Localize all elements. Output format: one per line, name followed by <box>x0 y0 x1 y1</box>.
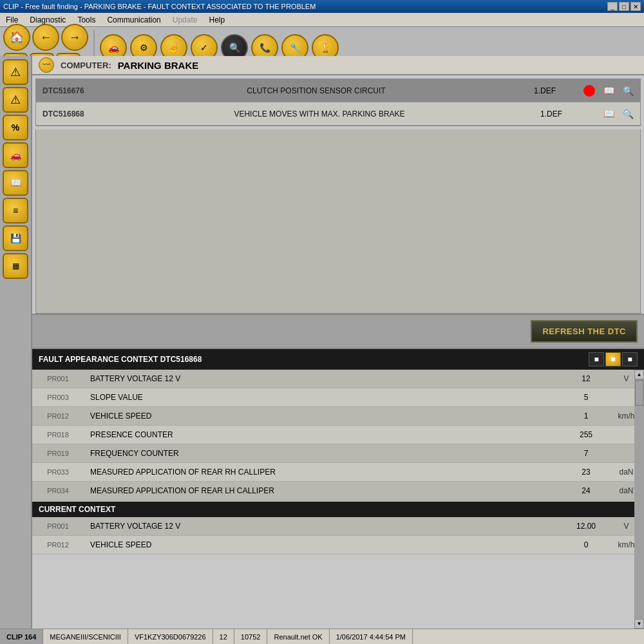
ctx-row-2: PR012 VEHICLE SPEED 1 km/h <box>32 407 644 426</box>
dtc-actions-2: 📖 🔍 <box>583 105 640 123</box>
fault-context-header: FAULT APPEARANCE CONTEXT DTC516868 ■ ■ ■ <box>32 349 644 370</box>
ctx-val-0: 12 <box>564 374 609 383</box>
dtc-row-1[interactable]: DTC516676 CLUTCH POSITION SENSOR CIRCUIT… <box>36 79 640 102</box>
fault-context-title: FAULT APPEARANCE CONTEXT DTC516868 <box>39 355 202 364</box>
status-server: Renault.net OK <box>267 629 329 644</box>
placeholder-dot-2 <box>587 105 598 123</box>
ctx-desc-3: PRESENCE COUNTER <box>84 430 564 439</box>
sidebar-barcode-btn[interactable]: ▦ <box>3 253 28 279</box>
dtc-status-2: 1.DEF <box>519 109 583 118</box>
ctx-code-1: PR003 <box>32 393 84 401</box>
ctx-desc-6: MEASURED APPLICATION OF REAR LH CALLIPER <box>84 486 564 495</box>
status-datetime: 1/06/2017 4:44:54 PM <box>330 629 413 644</box>
ctx-code-4: PR019 <box>32 450 84 457</box>
sidebar-warning2-btn[interactable]: ⚠ <box>3 87 28 113</box>
dtc-area: DTC516676 CLUTCH POSITION SENSOR CIRCUIT… <box>32 75 644 314</box>
ctx-row-6: PR034 MEASURED APPLICATION OF REAR LH CA… <box>32 482 644 500</box>
home-btn[interactable]: 🏠 <box>3 24 30 51</box>
ctx-code-5: PR033 <box>32 468 84 476</box>
curr-ctx-code-1: PR012 <box>32 541 84 549</box>
ctx-code-3: PR018 <box>32 431 84 439</box>
dtc-status-1: 1.DEF <box>513 86 577 95</box>
status-vehicle: MEGANEIII/SCENICIII <box>43 629 128 644</box>
ctx-val-4: 7 <box>564 449 609 458</box>
refresh-area: REFRESH THE DTC <box>32 314 644 349</box>
curr-ctx-val-0: 12.00 <box>564 522 609 531</box>
computer-label: COMPUTER: <box>61 61 111 70</box>
book-icon-2[interactable]: 📖 <box>600 105 618 123</box>
titlebar-controls[interactable]: _ □ ✕ <box>607 2 641 11</box>
dtc-code-2: DTC516868 <box>36 109 120 118</box>
ctx-nav-right[interactable]: ■ <box>622 352 638 366</box>
zoom-icon-1[interactable]: 🔍 <box>619 82 637 100</box>
ctx-val-5: 23 <box>564 468 609 477</box>
dtc-empty-area <box>35 129 641 314</box>
status-num2: 10752 <box>234 629 268 644</box>
book-icon-1[interactable]: 📖 <box>600 82 618 100</box>
titlebar: CLIP - Free fault finding - PARKING BRAK… <box>0 0 644 13</box>
ctx-code-6: PR034 <box>32 487 84 495</box>
ctx-desc-4: FREQUENCY COUNTER <box>84 449 564 458</box>
back-btn[interactable]: ← <box>32 24 59 51</box>
zoom-icon-2[interactable]: 🔍 <box>619 105 637 123</box>
fault-context-table: PR001 BATTERY VOLTAGE 12 V 12 V PR003 SL… <box>32 370 644 554</box>
scroll-up-btn[interactable]: ▲ <box>634 370 644 379</box>
sidebar-percent-btn[interactable]: % <box>3 115 28 140</box>
ctx-row-3: PR018 PRESENCE COUNTER 255 <box>32 426 644 444</box>
current-context-title: CURRENT CONTEXT <box>39 505 115 514</box>
ctx-nav-left[interactable]: ■ <box>589 352 604 366</box>
computer-name: PARKING BRAKE <box>118 60 199 71</box>
dtc-table: DTC516676 CLUTCH POSITION SENSOR CIRCUIT… <box>35 79 641 126</box>
scroll-thumb[interactable] <box>635 380 643 406</box>
titlebar-title: CLIP - Free fault finding - PARKING BRAK… <box>3 3 316 10</box>
status-num1: 12 <box>213 629 234 644</box>
current-context-header: CURRENT CONTEXT <box>32 502 644 517</box>
ctx-val-6: 24 <box>564 486 609 495</box>
sidebar-list-btn[interactable]: ≡ <box>3 198 28 223</box>
menu-help[interactable]: Help <box>206 14 227 26</box>
ctx-val-3: 255 <box>564 430 609 439</box>
context-section: FAULT APPEARANCE CONTEXT DTC516868 ■ ■ ■… <box>32 349 644 554</box>
curr-ctx-row-1: PR012 VEHICLE SPEED 0 km/h <box>32 536 644 554</box>
ctx-code-2: PR012 <box>32 412 84 420</box>
ctx-desc-5: MEASURED APPLICATION OF REAR RH CALLIPER <box>84 468 564 477</box>
ctx-row-5: PR033 MEASURED APPLICATION OF REAR RH CA… <box>32 463 644 482</box>
red-dot-1 <box>580 82 598 100</box>
ctx-row-4: PR019 FREQUENCY COUNTER 7 <box>32 444 644 463</box>
ctx-row-0: PR001 BATTERY VOLTAGE 12 V 12 V <box>32 370 644 388</box>
menubar: File Diagnostic Tools Communication Upda… <box>0 13 644 27</box>
computer-header: 〰 COMPUTER: PARKING BRAKE <box>32 56 644 75</box>
dtc-code-1: DTC516676 <box>36 86 120 95</box>
ctx-val-1: 5 <box>564 393 609 402</box>
forward-btn[interactable]: → <box>61 24 88 51</box>
curr-ctx-val-1: 0 <box>564 540 609 549</box>
ctx-code-0: PR001 <box>32 375 84 383</box>
sidebar-car-btn[interactable]: 🚗 <box>3 142 28 168</box>
refresh-dtc-btn[interactable]: REFRESH THE DTC <box>531 320 638 343</box>
scrollbar[interactable]: ▲ ▼ <box>634 370 644 629</box>
curr-ctx-desc-1: VEHICLE SPEED <box>84 540 564 549</box>
sidebar: ⚠ ⚠ % 🚗 📖 ≡ 💾 ▦ <box>0 56 32 629</box>
dtc-row-2[interactable]: DTC516868 VEHICLE MOVES WITH MAX. PARKIN… <box>36 102 640 126</box>
ctx-nav-mid[interactable]: ■ <box>605 352 621 366</box>
dtc-actions-1: 📖 🔍 <box>577 82 640 100</box>
maximize-btn[interactable]: □ <box>619 2 629 11</box>
ctx-row-1: PR003 SLOPE VALUE 5 <box>32 388 644 407</box>
close-btn[interactable]: ✕ <box>630 2 641 11</box>
menu-communication[interactable]: Communication <box>104 14 163 26</box>
main-content: 〰 COMPUTER: PARKING BRAKE DTC516676 CLUT… <box>32 56 644 629</box>
status-clip: CLIP 164 <box>0 629 43 644</box>
sidebar-warning1-btn[interactable]: ⚠ <box>3 59 28 85</box>
ctx-val-2: 1 <box>564 412 609 421</box>
menu-update[interactable]: Update <box>170 14 200 26</box>
sidebar-save-btn[interactable]: 💾 <box>3 225 28 251</box>
ctx-desc-2: VEHICLE SPEED <box>84 412 564 421</box>
curr-ctx-desc-0: BATTERY VOLTAGE 12 V <box>84 522 564 531</box>
scroll-down-btn[interactable]: ▼ <box>634 619 644 629</box>
ctx-desc-1: SLOPE VALUE <box>84 393 564 402</box>
status-vin: VF1KZY306D0679226 <box>128 629 213 644</box>
sidebar-book-btn[interactable]: 📖 <box>3 170 28 196</box>
statusbar: CLIP 164 MEGANEIII/SCENICIII VF1KZY306D0… <box>0 629 644 644</box>
minimize-btn[interactable]: _ <box>607 2 618 11</box>
ctx-desc-0: BATTERY VOLTAGE 12 V <box>84 374 564 383</box>
